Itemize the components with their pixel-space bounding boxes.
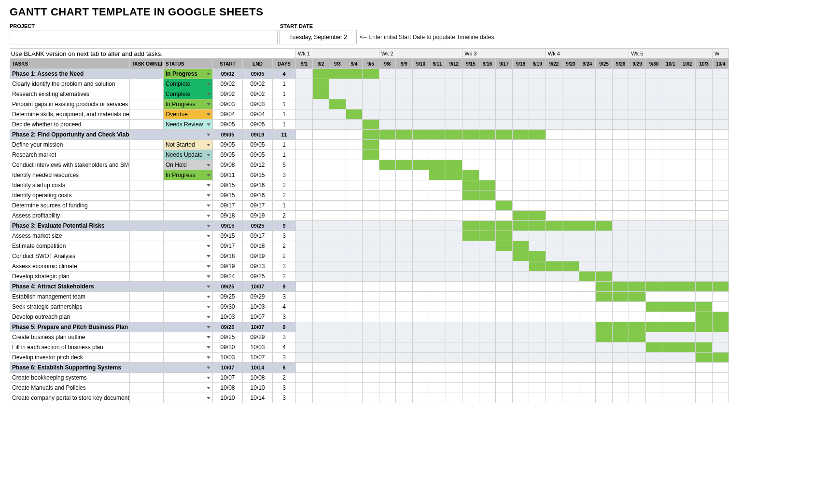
status-cell[interactable]	[164, 251, 213, 261]
status-cell[interactable]	[164, 231, 213, 241]
end-cell[interactable]: 09/17	[243, 231, 273, 241]
task-row[interactable]: Fill in each section of business plan	[10, 342, 130, 353]
task-owner-cell[interactable]	[130, 231, 164, 241]
days-cell[interactable]: 3	[273, 383, 296, 393]
task-row[interactable]: Research existing alternatives	[10, 89, 130, 99]
status-dropdown-icon[interactable]	[205, 211, 212, 220]
days-cell[interactable]: 3	[273, 353, 296, 363]
phase-row[interactable]: Phase 6: Establish Supporting Systems	[10, 363, 130, 373]
days-cell[interactable]: 2	[273, 251, 296, 261]
task-owner-cell[interactable]	[130, 99, 164, 109]
task-owner-cell[interactable]	[130, 89, 164, 99]
task-owner-cell[interactable]	[130, 79, 164, 89]
task-owner-cell[interactable]	[130, 282, 164, 292]
status-cell[interactable]: In Progress	[164, 99, 213, 109]
task-row[interactable]: Create Manuals and Policies	[10, 383, 130, 393]
task-owner-cell[interactable]	[130, 332, 164, 342]
status-cell[interactable]: Complete	[164, 89, 213, 99]
task-owner-cell[interactable]	[130, 261, 164, 272]
task-row[interactable]: Clearly identify the problem and solutio…	[10, 79, 130, 89]
status-cell[interactable]: Needs Review	[164, 120, 213, 130]
status-dropdown-icon[interactable]	[205, 363, 212, 372]
start-cell[interactable]: 09/03	[213, 99, 243, 109]
end-cell[interactable]: 09/19	[243, 211, 273, 221]
days-cell[interactable]: 2	[273, 241, 296, 251]
task-row[interactable]: Identify startup costs	[10, 180, 130, 191]
status-dropdown-icon[interactable]	[205, 99, 212, 109]
status-dropdown-icon[interactable]	[205, 89, 212, 99]
days-cell[interactable]: 2	[273, 180, 296, 191]
task-row[interactable]: Assess economic climate	[10, 261, 130, 272]
days-cell[interactable]: 3	[273, 170, 296, 180]
start-cell[interactable]: 09/02	[213, 79, 243, 89]
start-cell[interactable]: 09/18	[213, 211, 243, 221]
status-cell[interactable]: Needs Update	[164, 150, 213, 160]
phase-row[interactable]: Phase 3: Evaluate Potential Risks	[10, 221, 130, 231]
status-cell[interactable]	[164, 191, 213, 201]
status-cell[interactable]	[164, 322, 213, 332]
task-owner-cell[interactable]	[130, 69, 164, 79]
end-cell[interactable]: 09/17	[243, 201, 273, 211]
status-dropdown-icon[interactable]	[205, 140, 212, 150]
task-owner-cell[interactable]	[130, 322, 164, 332]
status-cell[interactable]: In Progress	[164, 69, 213, 79]
status-cell[interactable]	[164, 373, 213, 383]
start-cell[interactable]: 10/10	[213, 393, 243, 403]
status-cell[interactable]	[164, 363, 213, 373]
status-cell[interactable]	[164, 201, 213, 211]
status-dropdown-icon[interactable]	[205, 130, 212, 139]
end-cell[interactable]: 09/04	[243, 109, 273, 120]
status-dropdown-icon[interactable]	[205, 109, 212, 119]
task-row[interactable]: Estimate competition	[10, 241, 130, 251]
status-dropdown-icon[interactable]	[205, 322, 212, 332]
status-dropdown-icon[interactable]	[205, 312, 212, 322]
task-row[interactable]: Create business plan outline	[10, 332, 130, 342]
start-cell[interactable]: 09/24	[213, 272, 243, 282]
status-cell[interactable]	[164, 302, 213, 312]
days-cell[interactable]: 3	[273, 261, 296, 272]
status-dropdown-icon[interactable]	[205, 69, 212, 79]
days-cell[interactable]: 11	[273, 130, 296, 140]
startdate-input[interactable]	[280, 30, 357, 44]
days-cell[interactable]: 1	[273, 201, 296, 211]
end-cell[interactable]: 09/23	[243, 261, 273, 272]
status-dropdown-icon[interactable]	[205, 342, 212, 352]
start-cell[interactable]: 10/08	[213, 383, 243, 393]
phase-row[interactable]: Phase 4: Attract Stakeholders	[10, 282, 130, 292]
status-dropdown-icon[interactable]	[205, 332, 212, 342]
end-cell[interactable]: 09/02	[243, 89, 273, 99]
task-owner-cell[interactable]	[130, 160, 164, 170]
start-cell[interactable]: 09/15	[213, 231, 243, 241]
task-owner-cell[interactable]	[130, 342, 164, 353]
task-owner-cell[interactable]	[130, 302, 164, 312]
status-dropdown-icon[interactable]	[205, 251, 212, 261]
task-row[interactable]: Determine sources of funding	[10, 201, 130, 211]
end-cell[interactable]: 10/07	[243, 322, 273, 332]
status-cell[interactable]	[164, 272, 213, 282]
status-dropdown-icon[interactable]	[205, 201, 212, 210]
task-owner-cell[interactable]	[130, 130, 164, 140]
days-cell[interactable]: 2	[273, 373, 296, 383]
end-cell[interactable]: 09/05	[243, 69, 273, 79]
end-cell[interactable]: 09/05	[243, 140, 273, 150]
task-row[interactable]: Create bookkeeping systems	[10, 373, 130, 383]
start-cell[interactable]: 09/17	[213, 201, 243, 211]
task-row[interactable]: Assess profitability	[10, 211, 130, 221]
start-cell[interactable]: 10/07	[213, 373, 243, 383]
status-dropdown-icon[interactable]	[205, 180, 212, 190]
start-cell[interactable]: 09/15	[213, 191, 243, 201]
days-cell[interactable]: 1	[273, 109, 296, 120]
project-input[interactable]	[10, 30, 278, 44]
status-dropdown-icon[interactable]	[205, 150, 212, 160]
status-dropdown-icon[interactable]	[205, 383, 212, 393]
start-cell[interactable]: 09/25	[213, 322, 243, 332]
task-owner-cell[interactable]	[130, 211, 164, 221]
status-cell[interactable]	[164, 332, 213, 342]
status-cell[interactable]	[164, 221, 213, 231]
start-cell[interactable]: 09/05	[213, 150, 243, 160]
start-cell[interactable]: 09/05	[213, 130, 243, 140]
start-cell[interactable]: 09/18	[213, 251, 243, 261]
status-dropdown-icon[interactable]	[205, 241, 212, 251]
end-cell[interactable]: 09/15	[243, 170, 273, 180]
end-cell[interactable]: 09/05	[243, 120, 273, 130]
